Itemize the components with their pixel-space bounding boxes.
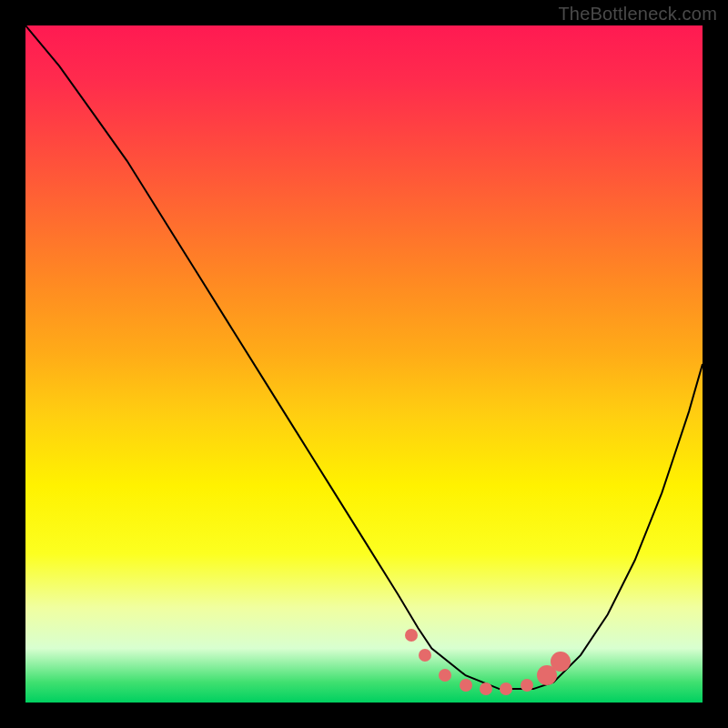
marker-dot [405,629,418,642]
marker-dot [521,679,533,692]
chart-plot-area [25,25,703,703]
marker-dot [551,652,571,672]
marker-dot [419,649,431,662]
marker-dot [537,665,557,685]
marker-dot [439,669,451,682]
marker-dot [460,679,472,692]
bottleneck-curve [25,25,703,703]
optimal-region-markers [25,25,703,703]
marker-dot [480,682,492,695]
marker-dot [500,682,512,695]
watermark-text: TheBottleneck.com [558,4,717,25]
